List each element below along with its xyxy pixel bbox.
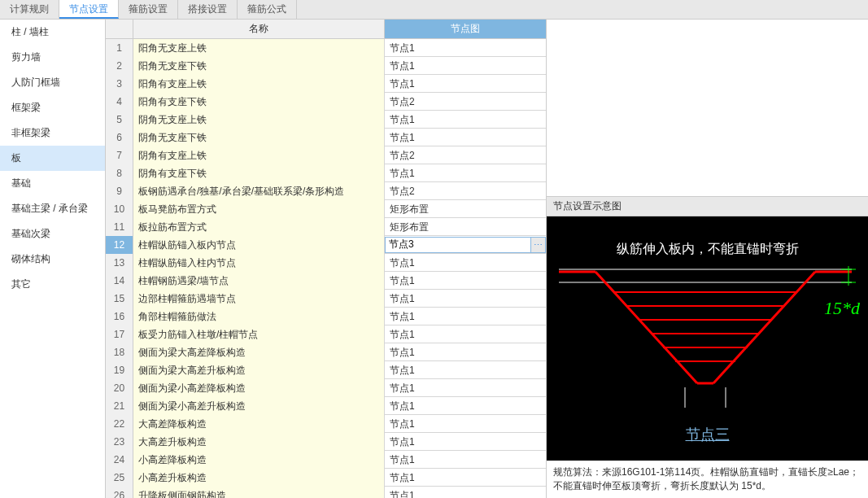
row-index: 25 <box>106 469 133 487</box>
row-node-cell[interactable]: 节点1 <box>385 254 546 272</box>
row-name-cell[interactable]: 板钢筋遇承台/独基/承台梁/基础联系梁/条形构造 <box>133 182 385 200</box>
tab-3[interactable]: 搭接设置 <box>178 0 238 19</box>
sidebar-item-10[interactable]: 其它 <box>0 272 105 297</box>
sidebar-item-1[interactable]: 剪力墙 <box>0 45 105 70</box>
tab-2[interactable]: 箍筋设置 <box>119 0 178 19</box>
row-name-cell[interactable]: 柱帽钢筋遇梁/墙节点 <box>133 272 385 290</box>
table-row[interactable]: 4阳角有支座下铁节点2 <box>106 93 546 111</box>
table-row[interactable]: 23大高差升板构造节点1 <box>106 433 546 451</box>
table-row[interactable]: 13柱帽纵筋锚入柱内节点节点1 <box>106 254 546 272</box>
row-name-cell[interactable]: 大高差升板构造 <box>133 433 385 451</box>
table-row[interactable]: 16角部柱帽箍筋做法节点1 <box>106 308 546 325</box>
row-name-cell[interactable]: 升降板侧面钢筋构造 <box>133 487 385 499</box>
node-edit-input[interactable] <box>385 237 531 253</box>
row-node-cell[interactable]: 节点1 <box>385 361 546 379</box>
row-name-cell[interactable]: 侧面为梁小高差降板构造 <box>133 379 385 397</box>
table-row[interactable]: 17板受力筋锚入柱墩/柱帽节点节点1 <box>106 325 546 343</box>
row-name-cell[interactable]: 阴角无支座上铁 <box>133 111 385 129</box>
row-node-cell[interactable]: 节点1 <box>385 272 546 290</box>
row-name-cell[interactable]: 阳角有支座上铁 <box>133 75 385 93</box>
row-name-cell[interactable]: 柱帽纵筋锚入板内节点 <box>133 236 385 254</box>
table-row[interactable]: 11板拉筋布置方式矩形布置 <box>106 218 546 236</box>
sidebar-item-4[interactable]: 非框架梁 <box>0 120 105 146</box>
table-row[interactable]: 1阳角无支座上铁节点1 <box>106 39 546 57</box>
sidebar-item-2[interactable]: 人防门框墙 <box>0 70 105 95</box>
grid-header-node[interactable]: 节点图 <box>385 20 546 38</box>
row-name-cell[interactable]: 侧面为梁大高差升板构造 <box>133 361 385 379</box>
table-row[interactable]: 18侧面为梁大高差降板构造节点1 <box>106 343 546 361</box>
row-node-cell[interactable]: 节点1 <box>385 325 546 343</box>
row-name-cell[interactable]: 柱帽纵筋锚入柱内节点 <box>133 254 385 272</box>
sidebar-item-9[interactable]: 砌体结构 <box>0 247 105 272</box>
row-node-cell[interactable]: 节点1 <box>385 75 546 93</box>
row-name-cell[interactable]: 角部柱帽箍筋做法 <box>133 308 385 325</box>
row-node-cell[interactable]: 矩形布置 <box>385 218 546 236</box>
table-row[interactable]: 22大高差降板构造节点1 <box>106 415 546 433</box>
row-node-cell[interactable]: 节点2 <box>385 146 546 164</box>
row-node-cell[interactable]: 节点1 <box>385 39 546 57</box>
sidebar-item-5[interactable]: 板 <box>0 146 105 171</box>
table-row[interactable]: 7阴角有支座上铁节点2 <box>106 146 546 164</box>
table-row[interactable]: 19侧面为梁大高差升板构造节点1 <box>106 361 546 379</box>
sidebar-item-6[interactable]: 基础 <box>0 171 105 196</box>
row-node-cell[interactable]: 节点1 <box>385 415 546 433</box>
grid-body[interactable]: 1阳角无支座上铁节点12阳角无支座下铁节点13阳角有支座上铁节点14阳角有支座下… <box>106 39 546 498</box>
row-name-cell[interactable]: 阳角无支座上铁 <box>133 39 385 57</box>
table-row[interactable]: 24小高差降板构造节点1 <box>106 451 546 469</box>
row-node-cell[interactable]: 节点2 <box>385 93 546 111</box>
row-node-cell[interactable]: 节点1 <box>385 111 546 129</box>
row-node-cell[interactable]: 节点1 <box>385 343 546 361</box>
row-name-cell[interactable]: 阴角有支座下铁 <box>133 164 385 182</box>
sidebar-item-3[interactable]: 框架梁 <box>0 95 105 120</box>
row-node-cell[interactable]: 矩形布置 <box>385 200 546 218</box>
table-row[interactable]: 8阴角有支座下铁节点1 <box>106 164 546 182</box>
table-row[interactable]: 21侧面为梁小高差升板构造节点1 <box>106 397 546 415</box>
table-row[interactable]: 5阴角无支座上铁节点1 <box>106 111 546 129</box>
row-node-cell[interactable]: 节点1 <box>385 379 546 397</box>
row-node-cell[interactable]: 节点1 <box>385 487 546 499</box>
row-node-cell[interactable]: 节点1 <box>385 433 546 451</box>
table-row[interactable]: 15边部柱帽箍筋遇墙节点节点1 <box>106 290 546 308</box>
row-index: 15 <box>106 290 133 308</box>
row-name-cell[interactable]: 侧面为梁大高差降板构造 <box>133 343 385 361</box>
row-node-cell[interactable]: 节点1 <box>385 451 546 469</box>
table-row[interactable]: 12柱帽纵筋锚入板内节点⋯ <box>106 236 546 254</box>
row-node-cell[interactable]: 节点1 <box>385 290 546 308</box>
row-node-cell[interactable]: 节点2 <box>385 182 546 200</box>
row-name-cell[interactable]: 侧面为梁小高差升板构造 <box>133 397 385 415</box>
row-name-cell[interactable]: 小高差降板构造 <box>133 451 385 469</box>
row-name-cell[interactable]: 板受力筋锚入柱墩/柱帽节点 <box>133 325 385 343</box>
row-name-cell[interactable]: 阴角无支座下铁 <box>133 129 385 146</box>
row-name-cell[interactable]: 板马凳筋布置方式 <box>133 200 385 218</box>
row-name-cell[interactable]: 边部柱帽箍筋遇墙节点 <box>133 290 385 308</box>
row-node-cell[interactable]: 节点1 <box>385 469 546 487</box>
row-node-cell[interactable]: 节点1 <box>385 57 546 75</box>
row-node-cell[interactable]: 节点1 <box>385 308 546 325</box>
row-node-cell[interactable]: 节点1 <box>385 397 546 415</box>
tab-4[interactable]: 箍筋公式 <box>238 0 297 19</box>
table-row[interactable]: 2阳角无支座下铁节点1 <box>106 57 546 75</box>
row-node-cell[interactable]: 节点1 <box>385 164 546 182</box>
row-name-cell[interactable]: 大高差降板构造 <box>133 415 385 433</box>
table-row[interactable]: 6阴角无支座下铁节点1 <box>106 129 546 146</box>
table-row[interactable]: 3阳角有支座上铁节点1 <box>106 75 546 93</box>
row-node-cell[interactable]: ⋯ <box>385 237 546 253</box>
table-row[interactable]: 26升降板侧面钢筋构造节点1 <box>106 487 546 498</box>
sidebar-item-8[interactable]: 基础次梁 <box>0 221 105 247</box>
row-name-cell[interactable]: 小高差升板构造 <box>133 469 385 487</box>
ellipsis-button[interactable]: ⋯ <box>531 237 546 253</box>
row-name-cell[interactable]: 阳角有支座下铁 <box>133 93 385 111</box>
sidebar-item-0[interactable]: 柱 / 墙柱 <box>0 20 105 45</box>
row-node-cell[interactable]: 节点1 <box>385 129 546 146</box>
sidebar-item-7[interactable]: 基础主梁 / 承台梁 <box>0 196 105 221</box>
table-row[interactable]: 25小高差升板构造节点1 <box>106 469 546 487</box>
table-row[interactable]: 14柱帽钢筋遇梁/墙节点节点1 <box>106 272 546 290</box>
row-name-cell[interactable]: 阳角无支座下铁 <box>133 57 385 75</box>
table-row[interactable]: 9板钢筋遇承台/独基/承台梁/基础联系梁/条形构造节点2 <box>106 182 546 200</box>
table-row[interactable]: 10板马凳筋布置方式矩形布置 <box>106 200 546 218</box>
tab-0[interactable]: 计算规则 <box>0 0 59 19</box>
tab-1[interactable]: 节点设置 <box>59 0 119 19</box>
row-name-cell[interactable]: 板拉筋布置方式 <box>133 218 385 236</box>
row-name-cell[interactable]: 阴角有支座上铁 <box>133 146 385 164</box>
table-row[interactable]: 20侧面为梁小高差降板构造节点1 <box>106 379 546 397</box>
